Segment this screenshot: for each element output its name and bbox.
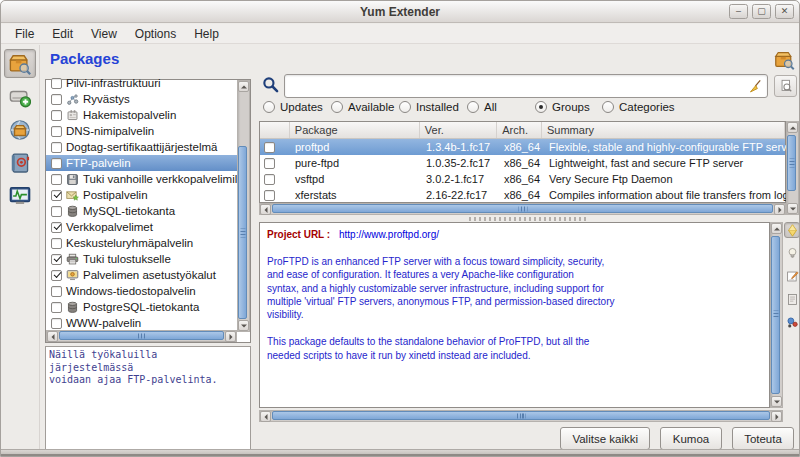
- changelog-button[interactable]: [784, 268, 800, 284]
- filter-available[interactable]: Available: [331, 100, 399, 114]
- scrollbar-thumb[interactable]: [238, 146, 247, 319]
- menu-view[interactable]: View: [82, 24, 126, 43]
- package-checkbox[interactable]: [264, 158, 275, 169]
- group-checkbox[interactable]: [51, 302, 62, 313]
- project-url-link[interactable]: http://www.proftpd.org/: [339, 229, 439, 240]
- dependencies-button[interactable]: [784, 314, 800, 330]
- scroll-up-button[interactable]: [787, 122, 798, 133]
- group-checkbox[interactable]: [51, 142, 62, 153]
- group-checkbox[interactable]: [51, 254, 62, 265]
- package-row[interactable]: vsftpd3.0.2-1.fc17x86_64Very Secure Ftp …: [260, 171, 785, 187]
- scrollbar-thumb[interactable]: [771, 236, 780, 394]
- column-select[interactable]: [260, 122, 290, 138]
- package-checkbox[interactable]: [264, 174, 275, 185]
- group-row[interactable]: Tuki tulostukselle: [46, 251, 237, 267]
- kumoa-button[interactable]: Kumoa: [660, 427, 722, 450]
- scrollbar-thumb[interactable]: [272, 204, 773, 213]
- group-checkbox[interactable]: [51, 110, 62, 121]
- package-row[interactable]: proftpd1.3.4b-1.fc17x86_64Flexible, stab…: [260, 139, 785, 155]
- toteuta-button[interactable]: Toteuta: [732, 427, 794, 450]
- scroll-left-button[interactable]: [260, 411, 271, 422]
- filter-updates[interactable]: Updates: [263, 100, 331, 114]
- group-row[interactable]: MySQL-tietokanta: [46, 203, 237, 219]
- column-arch[interactable]: Arch.: [497, 122, 542, 138]
- radio-icon[interactable]: [535, 101, 547, 113]
- filter-installed[interactable]: Installed: [399, 100, 467, 114]
- group-row[interactable]: Postipalvelin: [46, 187, 237, 203]
- filter-categories[interactable]: Categories: [602, 100, 702, 114]
- group-row[interactable]: Windows-tiedostopalvelin: [46, 283, 237, 299]
- group-row[interactable]: PostgreSQL-tietokanta: [46, 299, 237, 315]
- scroll-up-button[interactable]: [238, 81, 249, 92]
- group-checkbox[interactable]: [51, 94, 62, 105]
- info-vscrollbar[interactable]: [770, 222, 783, 408]
- package-checkbox[interactable]: [264, 190, 275, 201]
- group-checkbox[interactable]: [51, 206, 62, 217]
- column-package[interactable]: Package: [290, 122, 420, 138]
- description-button[interactable]: [784, 222, 800, 238]
- output-button[interactable]: [4, 181, 36, 210]
- group-checkbox[interactable]: [51, 190, 62, 201]
- scroll-up-button[interactable]: [771, 223, 782, 234]
- column-summary[interactable]: Summary: [542, 122, 785, 138]
- group-checkbox[interactable]: [51, 270, 62, 281]
- column-ver[interactable]: Ver.: [420, 122, 497, 138]
- scroll-right-button[interactable]: [771, 411, 782, 422]
- radio-icon[interactable]: [602, 101, 614, 113]
- scroll-right-button[interactable]: [774, 204, 785, 215]
- titlebar[interactable]: Yum Extender –▢✕: [1, 1, 799, 23]
- group-tree-hscrollbar[interactable]: [46, 330, 237, 342]
- scroll-left-button[interactable]: [47, 331, 58, 342]
- group-row[interactable]: Tuki vanhoille verkkopalvelimille: [46, 171, 237, 187]
- group-checkbox[interactable]: [51, 78, 62, 89]
- packages-button[interactable]: [4, 49, 36, 78]
- group-checkbox[interactable]: [51, 222, 62, 233]
- table-vscrollbar[interactable]: [786, 121, 799, 215]
- scroll-left-button[interactable]: [260, 204, 271, 215]
- radio-icon[interactable]: [331, 101, 343, 113]
- info-hscrollbar[interactable]: [259, 410, 783, 422]
- package-row[interactable]: pure-ftpd1.0.35-2.fc17x86_64Lightweight,…: [260, 155, 785, 171]
- scrollbar-thumb[interactable]: [272, 411, 770, 420]
- clear-search-icon[interactable]: [748, 79, 763, 94]
- group-row[interactable]: FTP-palvelin: [46, 155, 237, 171]
- filter-groups[interactable]: Groups: [535, 100, 602, 114]
- scroll-down-button[interactable]: [238, 320, 249, 331]
- menu-file[interactable]: File: [6, 24, 43, 43]
- group-row[interactable]: WWW-palvelin: [46, 315, 237, 331]
- menu-help[interactable]: Help: [185, 24, 228, 43]
- radio-icon[interactable]: [263, 101, 275, 113]
- group-checkbox[interactable]: [51, 158, 62, 169]
- menu-edit[interactable]: Edit: [43, 24, 82, 43]
- radio-icon[interactable]: [399, 101, 411, 113]
- scroll-right-button[interactable]: [225, 331, 236, 342]
- update-info-button[interactable]: [784, 245, 800, 261]
- filelist-button[interactable]: [784, 291, 800, 307]
- scrollbar-thumb[interactable]: [787, 135, 796, 191]
- paned-splitter-handle[interactable]: [469, 217, 589, 221]
- scroll-down-button[interactable]: [771, 396, 782, 407]
- maximize-button[interactable]: ▢: [752, 4, 771, 19]
- menu-options[interactable]: Options: [126, 24, 185, 43]
- package-row[interactable]: xferstats2.16-22.fc17x86_64Compiles info…: [260, 187, 785, 203]
- scrollbar-thumb[interactable]: [59, 331, 224, 340]
- filter-all[interactable]: All: [467, 100, 535, 114]
- group-checkbox[interactable]: [51, 126, 62, 137]
- history-button[interactable]: [4, 148, 36, 177]
- group-tree-vscrollbar[interactable]: [237, 80, 250, 332]
- valitse-kaikki-button[interactable]: Valitse kaikki: [560, 427, 650, 450]
- package-checkbox[interactable]: [264, 142, 275, 153]
- search-options-button[interactable]: [774, 75, 797, 97]
- group-checkbox[interactable]: [51, 174, 62, 185]
- group-checkbox[interactable]: [51, 318, 62, 329]
- group-row[interactable]: DNS-nimipalvelin: [46, 123, 237, 139]
- minimize-button[interactable]: –: [729, 4, 748, 19]
- repositories-button[interactable]: [4, 115, 36, 144]
- close-button[interactable]: ✕: [775, 4, 794, 19]
- group-checkbox[interactable]: [51, 238, 62, 249]
- group-checkbox[interactable]: [51, 286, 62, 297]
- group-row[interactable]: Palvelimen asetustyökalut: [46, 267, 237, 283]
- group-row[interactable]: Verkkopalvelimet: [46, 219, 237, 235]
- table-hscrollbar[interactable]: [259, 203, 786, 215]
- group-row[interactable]: Dogtag-sertifikaattijärjestelmä: [46, 139, 237, 155]
